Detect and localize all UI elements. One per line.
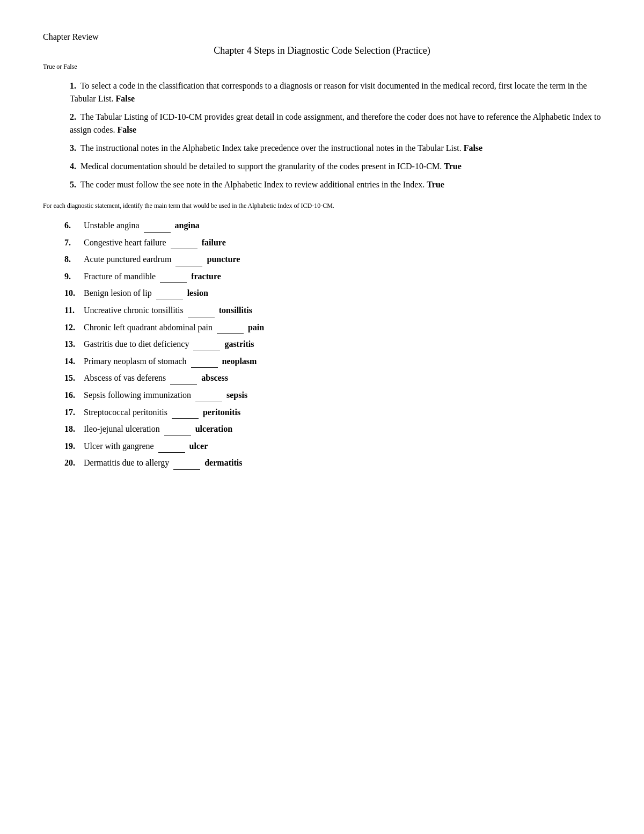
item-answer: ulcer [189, 441, 208, 451]
diagnostic-item: 18.Ileo-jejunal ulceration ulceration [64, 422, 601, 436]
blank-line [160, 282, 187, 283]
item-text: Dermatitis due to allergy dermatitis [84, 456, 601, 470]
blank-line [191, 367, 218, 368]
diagnostic-item: 13.Gastritis due to diet deficiency gast… [64, 337, 601, 351]
item-answer: puncture [207, 255, 240, 264]
true-false-item: 2. The Tabular Listing of ICD-10-CM prov… [64, 111, 601, 136]
diagnostic-item: 6.Unstable angina angina [64, 219, 601, 233]
item-answer: ulceration [195, 424, 232, 433]
item-number: 4. [70, 162, 76, 171]
item-answer: fracture [191, 272, 221, 281]
item-number: 5. [70, 180, 76, 189]
diagnostic-item: 14.Primary neoplasm of stomach neoplasm [64, 354, 601, 368]
item-answer: failure [202, 238, 226, 247]
item-text: Ulcer with gangrene ulcer [84, 439, 601, 453]
blank-line [144, 232, 171, 233]
blank-line [170, 385, 197, 385]
item-text: Ileo-jejunal ulceration ulceration [84, 422, 601, 436]
item-answer: tonsillitis [219, 306, 252, 315]
blank-line [156, 300, 183, 300]
true-false-label: True or False [43, 63, 601, 71]
item-text: Gastritis due to diet deficiency gastrit… [84, 337, 601, 351]
item-answer: True [427, 180, 444, 189]
item-answer: lesion [187, 288, 208, 298]
true-false-item: 4. Medical documentation should be detai… [64, 160, 601, 173]
item-number: 8. [64, 252, 84, 266]
item-number: 6. [64, 219, 84, 233]
chapter-title: Chapter 4 Steps in Diagnostic Code Selec… [43, 45, 601, 56]
item-text: Chronic left quadrant abdominal pain pai… [84, 321, 601, 335]
item-number: 15. [64, 371, 84, 385]
diagnostic-item: 8.Acute punctured eardrum puncture [64, 252, 601, 266]
item-text: Benign lesion of lip lesion [84, 286, 601, 300]
blank-line [164, 436, 191, 436]
item-text: Primary neoplasm of stomach neoplasm [84, 354, 601, 368]
item-answer: sepsis [226, 390, 247, 400]
item-text: Congestive heart failure failure [84, 236, 601, 250]
item-number: 11. [64, 303, 84, 317]
diagnostic-item: 11.Uncreative chronic tonsillitis tonsil… [64, 303, 601, 317]
item-number: 14. [64, 354, 84, 368]
diagnostic-item: 16.Sepsis following immunization sepsis [64, 388, 601, 402]
chapter-review-label: Chapter Review [43, 32, 601, 42]
item-text: Sepsis following immunization sepsis [84, 388, 601, 402]
item-number: 2. [70, 112, 76, 121]
item-text: Fracture of mandible fracture [84, 270, 601, 284]
item-answer: False [117, 125, 136, 134]
blank-line [175, 266, 202, 266]
diagnostic-item: 10.Benign lesion of lip lesion [64, 286, 601, 300]
diagnostic-item: 15.Abscess of vas deferens abscess [64, 371, 601, 385]
blank-line [195, 402, 222, 402]
item-answer: dermatitis [204, 458, 242, 467]
item-answer: False [464, 143, 483, 153]
item-answer: neoplasm [222, 357, 257, 366]
item-text: Unstable angina angina [84, 219, 601, 233]
diagnostic-item: 20.Dermatitis due to allergy dermatitis [64, 456, 601, 470]
diagnostic-item: 19.Ulcer with gangrene ulcer [64, 439, 601, 453]
item-number: 10. [64, 286, 84, 300]
true-false-item: 3. The instructional notes in the Alphab… [64, 142, 601, 155]
item-answer: pain [248, 323, 264, 332]
item-answer: peritonitis [203, 408, 240, 417]
item-answer: gastritis [224, 339, 254, 349]
item-answer: angina [175, 221, 200, 230]
item-text: Acute punctured eardrum puncture [84, 252, 601, 266]
item-number: 9. [64, 270, 84, 284]
item-answer: False [116, 94, 135, 103]
item-number: 20. [64, 456, 84, 470]
blank-line [173, 469, 200, 470]
true-false-list: 1. To select a code in the classificatio… [64, 79, 601, 191]
item-number: 19. [64, 439, 84, 453]
diagnostic-item: 7.Congestive heart failure failure [64, 236, 601, 250]
diagnostic-item: 12.Chronic left quadrant abdominal pain … [64, 321, 601, 335]
blank-line [193, 351, 220, 351]
item-number: 18. [64, 422, 84, 436]
diagnostic-list: 6.Unstable angina angina7.Congestive hea… [64, 219, 601, 470]
diagnostic-item: 9.Fracture of mandible fracture [64, 270, 601, 284]
item-number: 7. [64, 236, 84, 250]
item-text: Uncreative chronic tonsillitis tonsillit… [84, 303, 601, 317]
blank-line [172, 418, 199, 419]
diagnostic-item: 17.Streptococcal peritonitis peritonitis [64, 405, 601, 419]
item-number: 17. [64, 405, 84, 419]
item-number: 3. [70, 143, 76, 153]
item-number: 12. [64, 321, 84, 335]
blank-line [171, 249, 197, 249]
blank-line [188, 317, 215, 317]
true-false-item: 1. To select a code in the classificatio… [64, 79, 601, 105]
instruction-label: For each diagnostic statement, identify … [43, 202, 601, 210]
item-answer: abscess [201, 373, 228, 382]
true-false-item: 5. The coder must follow the see note in… [64, 178, 601, 191]
item-answer: True [444, 162, 462, 171]
item-number: 1. [70, 81, 76, 90]
item-text: Abscess of vas deferens abscess [84, 371, 601, 385]
item-number: 13. [64, 337, 84, 351]
blank-line [158, 452, 185, 453]
item-text: Streptococcal peritonitis peritonitis [84, 405, 601, 419]
blank-line [217, 333, 244, 334]
item-number: 16. [64, 388, 84, 402]
